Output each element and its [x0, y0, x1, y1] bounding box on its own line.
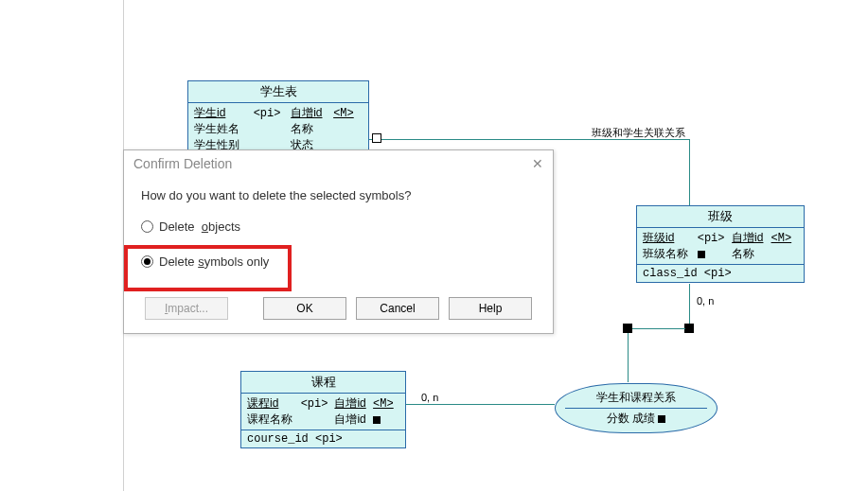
help-button[interactable]: Help — [449, 297, 532, 320]
impact-button: Impact... — [145, 297, 228, 320]
connector-line — [628, 329, 629, 382]
dialog-titlebar[interactable]: Confirm Deletion ✕ — [124, 150, 553, 177]
connector-line — [406, 404, 555, 405]
entity-student[interactable]: 学生表 学生id <pi> 自增id <M> 学生姓名 名称 学生性别 状态 — [187, 80, 369, 156]
radio-delete-symbols[interactable]: Delete symbols only — [141, 254, 536, 269]
dialog-message: How do you want to delete the selected s… — [141, 188, 536, 202]
entity-student-title: 学生表 — [188, 81, 368, 103]
radio-icon — [141, 220, 153, 233]
connector-label-class: 班级和学生关联关系 — [592, 126, 685, 140]
connector-card: 0, n — [697, 295, 714, 307]
connector-node — [623, 324, 632, 333]
confirm-deletion-dialog: Confirm Deletion ✕ How do you want to de… — [123, 149, 554, 334]
ok-button[interactable]: OK — [263, 297, 346, 320]
relation-student-course[interactable]: 学生和课程关系 分数 成绩 — [555, 383, 717, 433]
radio-label: Delete objects — [159, 219, 240, 234]
entity-course-body: 课程id <pi> 自增id <M> 课程名称 自增id — [241, 394, 405, 430]
connector-endpoint — [372, 133, 381, 143]
connector-line — [689, 139, 690, 205]
entity-student-body: 学生id <pi> 自增id <M> 学生姓名 名称 学生性别 状态 — [188, 103, 368, 155]
connector-line — [689, 284, 690, 328]
radio-icon — [141, 255, 153, 268]
connector-node — [684, 324, 694, 333]
entity-class-title: 班级 — [637, 206, 804, 228]
connector-card: 0, n — [421, 392, 438, 403]
connector-line — [632, 328, 685, 329]
radio-delete-objects[interactable]: Delete objects — [141, 219, 536, 234]
entity-class-pk: class_id <pi> — [637, 264, 804, 282]
entity-course-pk: course_id <pi> — [241, 430, 405, 447]
entity-course-title: 课程 — [241, 372, 405, 394]
entity-class-body: 班级id <pi> 自增id <M> 班级名称 名称 — [637, 228, 804, 264]
radio-label: Delete symbols only — [159, 254, 269, 269]
cancel-button[interactable]: Cancel — [356, 297, 439, 320]
entity-class[interactable]: 班级 班级id <pi> 自增id <M> 班级名称 名称 class_id <… — [636, 205, 805, 283]
relation-title: 学生和课程关系 — [565, 390, 707, 409]
entity-course[interactable]: 课程 课程id <pi> 自增id <M> 课程名称 自增id course_i… — [240, 371, 406, 448]
dialog-title: Confirm Deletion — [133, 156, 232, 171]
relation-attrs: 分数 成绩 — [575, 411, 698, 427]
close-icon[interactable]: ✕ — [532, 156, 543, 171]
